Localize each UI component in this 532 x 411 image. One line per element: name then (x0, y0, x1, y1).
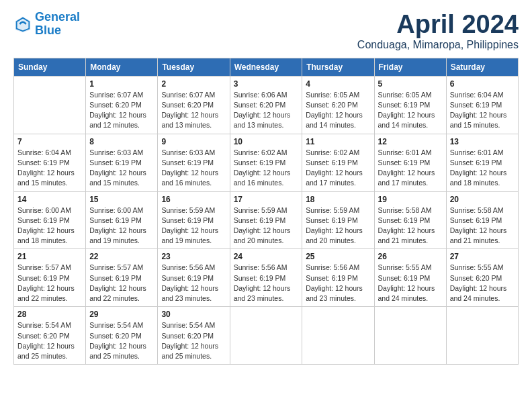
day-number: 20 (450, 195, 515, 204)
column-header-saturday: Saturday (446, 58, 518, 76)
day-number: 3 (234, 79, 299, 89)
day-number: 18 (306, 195, 370, 204)
logo-line2: Blue (35, 24, 61, 37)
calendar-cell: 22Sunrise: 5:57 AMSunset: 6:19 PMDayligh… (86, 249, 158, 307)
day-number: 12 (378, 137, 443, 146)
calendar-table: SundayMondayTuesdayWednesdayThursdayFrid… (13, 58, 519, 365)
day-number: 16 (161, 195, 226, 204)
day-info: Sunrise: 6:06 AMSunset: 6:20 PMDaylight:… (234, 90, 299, 131)
day-info: Sunrise: 5:59 AMSunset: 6:19 PMDaylight:… (234, 205, 299, 246)
column-header-thursday: Thursday (302, 58, 374, 76)
day-info: Sunrise: 6:00 AMSunset: 6:19 PMDaylight:… (17, 205, 82, 246)
day-number: 23 (161, 252, 226, 261)
day-number: 5 (378, 79, 443, 89)
day-info: Sunrise: 5:54 AMSunset: 6:20 PMDaylight:… (89, 320, 154, 361)
day-info: Sunrise: 6:05 AMSunset: 6:19 PMDaylight:… (378, 90, 443, 131)
day-info: Sunrise: 6:07 AMSunset: 6:20 PMDaylight:… (89, 90, 154, 131)
day-info: Sunrise: 5:55 AMSunset: 6:19 PMDaylight:… (378, 263, 443, 304)
calendar-cell: 11Sunrise: 6:02 AMSunset: 6:19 PMDayligh… (302, 134, 374, 191)
day-info: Sunrise: 5:56 AMSunset: 6:19 PMDaylight:… (161, 263, 226, 304)
calendar-cell: 21Sunrise: 5:57 AMSunset: 6:19 PMDayligh… (14, 249, 86, 307)
logo-icon (13, 15, 32, 34)
week-row-4: 21Sunrise: 5:57 AMSunset: 6:19 PMDayligh… (14, 249, 519, 307)
day-number: 27 (450, 252, 515, 261)
day-info: Sunrise: 5:57 AMSunset: 6:19 PMDaylight:… (89, 263, 154, 304)
day-number: 25 (306, 252, 370, 261)
day-number: 26 (378, 252, 443, 261)
calendar-cell: 26Sunrise: 5:55 AMSunset: 6:19 PMDayligh… (374, 249, 446, 307)
day-number: 19 (378, 195, 443, 204)
day-info: Sunrise: 5:57 AMSunset: 6:19 PMDaylight:… (17, 263, 82, 304)
column-header-wednesday: Wednesday (230, 58, 302, 76)
title-area: April 2024 Conduaga, Mimaropa, Philippin… (357, 11, 519, 51)
day-info: Sunrise: 6:00 AMSunset: 6:19 PMDaylight:… (89, 205, 154, 246)
day-number: 15 (89, 195, 154, 204)
calendar-cell: 7Sunrise: 6:04 AMSunset: 6:19 PMDaylight… (14, 134, 86, 191)
day-info: Sunrise: 5:56 AMSunset: 6:19 PMDaylight:… (234, 263, 299, 304)
day-number: 17 (234, 195, 299, 204)
day-info: Sunrise: 5:55 AMSunset: 6:20 PMDaylight:… (450, 263, 515, 304)
calendar-cell: 16Sunrise: 5:59 AMSunset: 6:19 PMDayligh… (158, 191, 230, 249)
calendar-cell: 14Sunrise: 6:00 AMSunset: 6:19 PMDayligh… (14, 191, 86, 249)
calendar-cell: 15Sunrise: 6:00 AMSunset: 6:19 PMDayligh… (86, 191, 158, 249)
calendar-cell: 19Sunrise: 5:58 AMSunset: 6:19 PMDayligh… (374, 191, 446, 249)
day-number: 6 (450, 79, 515, 89)
day-number: 21 (17, 252, 82, 261)
svg-marker-0 (15, 17, 30, 32)
week-row-2: 7Sunrise: 6:04 AMSunset: 6:19 PMDaylight… (14, 134, 519, 191)
calendar-cell (230, 307, 302, 365)
calendar-cell: 4Sunrise: 6:05 AMSunset: 6:20 PMDaylight… (302, 76, 374, 134)
calendar-cell: 18Sunrise: 5:59 AMSunset: 6:19 PMDayligh… (302, 191, 374, 249)
day-number: 14 (17, 195, 82, 204)
week-row-5: 28Sunrise: 5:54 AMSunset: 6:20 PMDayligh… (14, 307, 519, 365)
day-number: 30 (161, 310, 226, 319)
column-header-tuesday: Tuesday (158, 58, 230, 76)
day-number: 13 (450, 137, 515, 146)
calendar-cell: 28Sunrise: 5:54 AMSunset: 6:20 PMDayligh… (14, 307, 86, 365)
calendar-cell (374, 307, 446, 365)
calendar-body: 1Sunrise: 6:07 AMSunset: 6:20 PMDaylight… (14, 76, 519, 364)
day-info: Sunrise: 5:59 AMSunset: 6:19 PMDaylight:… (161, 205, 226, 246)
column-header-monday: Monday (86, 58, 158, 76)
day-number: 8 (89, 137, 154, 146)
day-info: Sunrise: 5:54 AMSunset: 6:20 PMDaylight:… (161, 320, 226, 361)
logo: General Blue (13, 11, 80, 38)
location-subtitle: Conduaga, Mimaropa, Philippines (357, 39, 519, 51)
day-number: 9 (161, 137, 226, 146)
calendar-header-row: SundayMondayTuesdayWednesdayThursdayFrid… (14, 58, 519, 76)
day-number: 11 (306, 137, 370, 146)
day-number: 28 (17, 310, 82, 319)
day-info: Sunrise: 6:05 AMSunset: 6:20 PMDaylight:… (306, 90, 370, 131)
day-info: Sunrise: 6:03 AMSunset: 6:19 PMDaylight:… (89, 148, 154, 189)
day-info: Sunrise: 6:04 AMSunset: 6:19 PMDaylight:… (450, 90, 515, 131)
day-info: Sunrise: 6:01 AMSunset: 6:19 PMDaylight:… (378, 148, 443, 189)
calendar-cell: 2Sunrise: 6:07 AMSunset: 6:20 PMDaylight… (158, 76, 230, 134)
calendar-cell: 6Sunrise: 6:04 AMSunset: 6:19 PMDaylight… (446, 76, 518, 134)
calendar-cell: 30Sunrise: 5:54 AMSunset: 6:20 PMDayligh… (158, 307, 230, 365)
calendar-cell: 24Sunrise: 5:56 AMSunset: 6:19 PMDayligh… (230, 249, 302, 307)
calendar-cell: 29Sunrise: 5:54 AMSunset: 6:20 PMDayligh… (86, 307, 158, 365)
calendar-cell: 1Sunrise: 6:07 AMSunset: 6:20 PMDaylight… (86, 76, 158, 134)
day-info: Sunrise: 5:54 AMSunset: 6:20 PMDaylight:… (17, 320, 82, 361)
day-info: Sunrise: 6:03 AMSunset: 6:19 PMDaylight:… (161, 148, 226, 189)
day-number: 24 (234, 252, 299, 261)
calendar-cell: 3Sunrise: 6:06 AMSunset: 6:20 PMDaylight… (230, 76, 302, 134)
calendar-cell (14, 76, 86, 134)
week-row-1: 1Sunrise: 6:07 AMSunset: 6:20 PMDaylight… (14, 76, 519, 134)
day-number: 22 (89, 252, 154, 261)
calendar-cell: 5Sunrise: 6:05 AMSunset: 6:19 PMDaylight… (374, 76, 446, 134)
calendar-cell: 13Sunrise: 6:01 AMSunset: 6:19 PMDayligh… (446, 134, 518, 191)
page-header: General Blue April 2024 Conduaga, Mimaro… (13, 11, 519, 51)
calendar-cell (446, 307, 518, 365)
day-number: 4 (306, 79, 370, 89)
month-title: April 2024 (357, 11, 519, 39)
calendar-cell (302, 307, 374, 365)
calendar-cell: 10Sunrise: 6:02 AMSunset: 6:19 PMDayligh… (230, 134, 302, 191)
calendar-cell: 25Sunrise: 5:56 AMSunset: 6:19 PMDayligh… (302, 249, 374, 307)
day-number: 7 (17, 137, 82, 146)
logo-line1: General (35, 10, 80, 24)
column-header-friday: Friday (374, 58, 446, 76)
day-info: Sunrise: 6:04 AMSunset: 6:19 PMDaylight:… (17, 148, 82, 189)
calendar-cell: 27Sunrise: 5:55 AMSunset: 6:20 PMDayligh… (446, 249, 518, 307)
calendar-cell: 17Sunrise: 5:59 AMSunset: 6:19 PMDayligh… (230, 191, 302, 249)
